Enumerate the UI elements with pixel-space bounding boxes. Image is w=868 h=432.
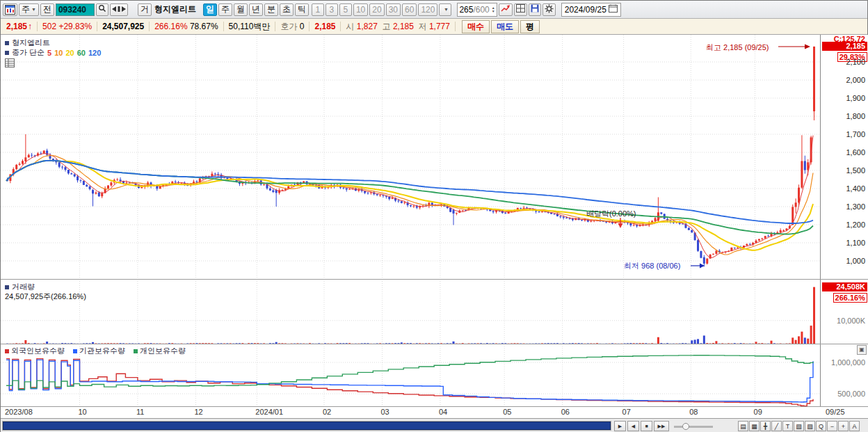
search-button[interactable] [96,3,108,16]
minute-button[interactable]: 30 [386,3,401,16]
legend-bullet-icon [134,349,138,353]
eraser-icon[interactable]: ▨ [805,421,815,431]
annotation-low: 최저 968 (08/06) [624,261,680,271]
date-picker[interactable]: 2024/09/25 [561,3,621,17]
turnover-ratio: 78.67% [190,22,218,31]
minute-button[interactable]: 5 [339,3,352,16]
avg-button[interactable]: 평 [520,20,540,33]
prev-next-stock-control[interactable] [110,3,128,16]
month-label: 2023/08 [5,408,33,416]
period-button[interactable]: 년 [249,3,263,16]
minute-button[interactable]: 3 [326,3,338,16]
month-label: 04 [439,408,447,416]
period-type-combo[interactable]: 주▼ [19,3,39,16]
period-type-value: 주 [22,3,30,15]
chart-title-legend: 형지엘리트 [5,38,50,48]
stock-name-label: 형지엘리트 [153,3,200,15]
screen-layout-icon[interactable]: ▤ [738,421,748,431]
sell-button[interactable]: 매도 [491,20,519,33]
indicator-combo[interactable]: ▼ [439,3,451,16]
crosshair-icon[interactable]: ╋ [760,421,771,431]
minute-button[interactable]: 20 [369,3,384,16]
trade-value: 50,110백만 [229,21,271,33]
scrollbar-thumb[interactable] [3,422,611,430]
magnifier-icon[interactable]: Q [816,421,826,431]
legend-bullet-icon [5,51,9,55]
month-label: 12 [194,408,202,416]
holders-legend-label: 개인보유수량 [140,346,186,356]
price-tick: 1,100 [846,239,865,247]
annotation-ex-dividend: 배당락(0.00%) [586,209,636,219]
ma-period-label: 5 [47,49,51,57]
volume-pct-marker: 266.16% [833,293,867,303]
candlestick-chart[interactable] [1,35,820,279]
trendline-icon[interactable]: ╱ [771,421,782,431]
multi-chart-button[interactable] [514,3,527,16]
period-button[interactable]: 주 [218,3,232,16]
settings-button[interactable] [542,3,556,16]
chevron-down-icon: ▼ [31,7,36,12]
period-button[interactable]: 틱 [295,3,309,16]
arrow-right-icon [778,43,810,50]
minute-button[interactable]: 120 [418,3,437,16]
chevron-down-icon: ▼ [444,7,449,12]
month-label: 05 [503,408,511,416]
period-button[interactable]: 월 [234,3,248,16]
price-repeat: 2,185 [314,22,335,31]
save-button[interactable] [529,3,541,16]
volume-value: 24,507,925 [102,22,144,31]
jeon-button[interactable]: 전 [40,3,54,16]
ma-legend-label: 종가 단순 [12,47,45,58]
bar-count-field[interactable]: 265/600 ▲▼ [457,3,497,17]
signal-icon [501,4,511,15]
geo-button[interactable]: 거 [138,3,152,16]
chart-window-icon[interactable] [3,3,17,16]
annotation-high: 최고 2,185 (09/25) [706,42,769,53]
zoom-slider[interactable] [674,426,713,428]
fast-forward-button[interactable]: ▶▶ [654,421,669,431]
price-tick: 1,700 [846,130,865,138]
chart-grid-icon[interactable]: ▦ [749,421,760,431]
period-button[interactable]: 분 [264,3,278,16]
chart-scrollbar[interactable] [2,421,611,431]
ma-period-label: 120 [88,49,101,57]
toolbar: 주▼ 전 거 형지엘리트 일주월년분초틱 13510203060120 ▼ 26… [1,1,867,19]
spinner-icon[interactable]: ▲▼ [492,6,495,13]
stock-code-input[interactable] [56,3,95,16]
buy-button[interactable]: 매수 [462,20,490,33]
legend-bullet-icon [5,349,9,353]
bottom-toolbar: ▶◀■▶▶ ▤▦╋╱T▧▨Q−+A [1,418,868,432]
volume-chart[interactable] [1,279,820,344]
signal-button[interactable] [499,3,513,16]
month-label: 2024/01 [255,408,283,416]
stop-button[interactable]: ■ [641,421,652,431]
price-tick: 1,600 [846,148,865,157]
legend-bullet-icon [73,349,77,353]
zoom-slider-thumb[interactable] [682,423,689,430]
hoga-value: 0 [300,22,305,31]
price-tick: 1,300 [846,202,865,211]
holders-legend-label: 외국인보유수량 [11,346,65,356]
minute-button[interactable]: 10 [353,3,368,16]
scroll-play-button[interactable]: ▶ [614,421,626,431]
pattern-icon[interactable]: ▧ [794,421,804,431]
zoom-in-button[interactable]: + [838,421,849,431]
period-button[interactable]: 일 [203,3,217,16]
period-button-group: 일주월년분초틱 [203,3,309,16]
search-icon [98,4,106,15]
holders-tick: 1,000,000 [831,358,865,367]
step-back-button[interactable]: ◀ [627,421,639,431]
ma-legend: 종가 단순 5102060120 [5,47,104,58]
minute-button[interactable]: 60 [402,3,417,16]
pane-expand-icon[interactable]: ▣ [857,345,867,355]
minute-button[interactable]: 1 [312,3,324,16]
month-label: 02 [323,408,331,416]
ma-period-label: 20 [65,49,74,57]
volume-marker: 24,508K [822,282,867,291]
period-button[interactable]: 초 [280,3,294,16]
info-bar: 2,185 ↑ 502 +29.83% 24,507,925 266.16% 7… [1,19,867,35]
zoom-out-button[interactable]: − [827,421,837,431]
ma-period-label: 10 [54,49,63,57]
text-tool-icon[interactable]: T [782,421,793,431]
auto-scale-button[interactable]: A [849,421,860,431]
